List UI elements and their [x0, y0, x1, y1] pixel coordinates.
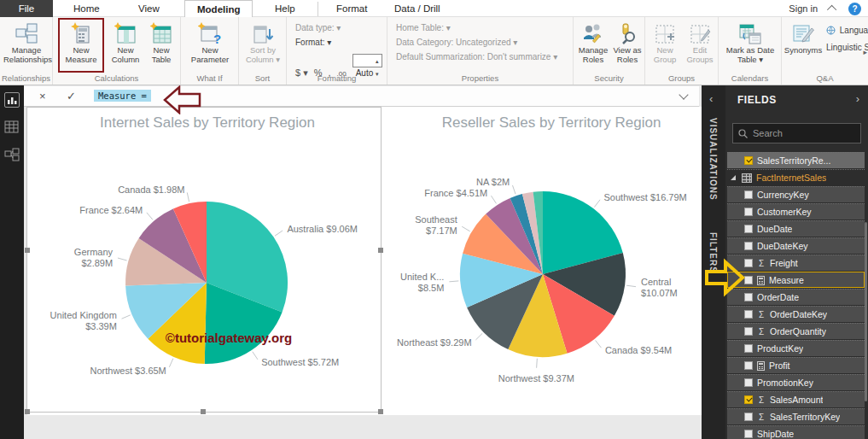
resize-handle-bottom-right[interactable]	[378, 409, 383, 414]
field-row-PromotionKey[interactable]: PromotionKey	[727, 374, 865, 390]
tab-modeling[interactable]: Modeling	[184, 0, 253, 17]
mark-as-date-table-button[interactable]: Mark as Date Table ▾	[722, 20, 778, 65]
ribbon: Manage Relationships Relationships New M…	[0, 17, 868, 85]
new-column-button[interactable]: New Column	[108, 20, 143, 65]
field-label: OrderQuantity	[770, 326, 826, 337]
manage-roles-button[interactable]: Manage Roles	[575, 20, 611, 65]
resize-handle-bottom[interactable]	[201, 409, 206, 414]
data-type-dropdown[interactable]: Data type: ▾	[295, 23, 341, 32]
field-checkbox[interactable]	[744, 225, 753, 233]
reseller-sales-pie-chart[interactable]: Reseller Sales by Territory RegionSouthw…	[384, 107, 702, 414]
checked-field-checkbox[interactable]	[744, 395, 753, 404]
new-parameter-button[interactable]: ? New Parameter	[184, 20, 236, 65]
model-view-button[interactable]	[4, 147, 20, 162]
field-checkbox[interactable]	[744, 361, 753, 370]
field-row-Profit[interactable]: Profit	[727, 357, 865, 373]
expand-fields-icon[interactable]: ›	[856, 92, 859, 105]
field-row-ProductKey[interactable]: ProductKey	[727, 340, 865, 356]
manage-relationships-icon	[3, 20, 50, 44]
manage-relationships-button[interactable]: Manage Relationships	[3, 20, 50, 65]
fields-scrollbar[interactable]	[865, 222, 867, 401]
sort-by-column-button[interactable]: Sort by Column ▾	[242, 20, 283, 65]
checked-field-checkbox[interactable]	[744, 156, 753, 165]
new-table-icon	[145, 20, 178, 44]
table-row-FactInternetSales[interactable]: FactInternetSales	[727, 169, 865, 185]
field-row-DueDate[interactable]: DueDate	[727, 220, 865, 237]
view-as-roles-button[interactable]: View as Roles	[611, 20, 644, 65]
field-checkbox[interactable]	[744, 344, 753, 353]
home-table-dropdown[interactable]: Home Table: ▾	[396, 23, 451, 32]
ribbon-overflow-icon[interactable]: ▸	[863, 48, 867, 56]
field-checkbox[interactable]	[744, 208, 753, 216]
field-row-OrderQuantity[interactable]: ΣOrderQuantity	[727, 323, 865, 339]
field-row-CurrencyKey[interactable]: CurrencyKey	[727, 186, 865, 202]
data-view-button[interactable]	[4, 120, 20, 135]
data-category-dropdown[interactable]: Data Category: Uncategorized ▾	[396, 38, 517, 47]
field-row-Measure[interactable]: Measure	[727, 272, 865, 288]
report-view-button[interactable]	[4, 92, 20, 108]
label-leader-line	[537, 359, 538, 368]
resize-handle-right[interactable]	[378, 248, 383, 253]
linguistic-schema-button[interactable]: Linguistic Schem	[826, 43, 868, 52]
fields-list: SalesTerritoryRe...FactInternetSalesCurr…	[727, 152, 865, 439]
field-checkbox[interactable]	[744, 378, 753, 387]
formula-cancel-icon[interactable]: ×	[39, 90, 46, 102]
resize-handle-bottom-left[interactable]	[25, 409, 30, 414]
tab-view[interactable]: View	[126, 0, 172, 17]
field-row-DueDateKey[interactable]: DueDateKey	[727, 237, 865, 254]
synonyms-button[interactable]: Synonyms	[784, 20, 823, 56]
default-summarization-dropdown[interactable]: Default Summarization: Don't summarize ▾	[396, 52, 557, 61]
dax-formula-bar[interactable]: × ✓ Measure =	[24, 86, 699, 107]
tab-file[interactable]: File	[0, 0, 53, 17]
language-dropdown[interactable]: Language ▾	[826, 26, 868, 35]
edit-groups-button[interactable]: Edit Groups	[683, 20, 717, 65]
fields-search-input[interactable]: Search	[732, 123, 861, 143]
resize-handle-left[interactable]	[25, 248, 30, 253]
help-icon[interactable]: ?	[848, 3, 861, 15]
field-checkbox[interactable]	[744, 327, 753, 336]
new-group-icon	[648, 20, 682, 44]
field-label: ProductKey	[757, 343, 803, 354]
slice-label-Southwest: Southwest $16.79M	[604, 192, 687, 202]
field-checkbox[interactable]	[744, 190, 753, 199]
label-leader-line	[596, 341, 602, 348]
format-dropdown[interactable]: Format: ▾	[295, 38, 331, 47]
field-row-SalesAmount[interactable]: ΣSalesAmount	[727, 391, 865, 407]
new-measure-button[interactable]: New Measure	[61, 20, 101, 65]
visualizations-panel-tab[interactable]: VISUALIZATIONS	[708, 118, 718, 201]
label-leader-line	[594, 200, 600, 208]
field-row-Freight[interactable]: ΣFreight	[727, 255, 865, 271]
field-row-SalesTerritoryRe...[interactable]: SalesTerritoryRe...	[727, 152, 865, 168]
field-row-CustomerKey[interactable]: CustomerKey	[727, 203, 865, 220]
report-canvas[interactable]: Internet Sales by Territory RegionAustra…	[24, 107, 702, 439]
tab-home[interactable]: Home	[61, 0, 112, 17]
formula-accept-icon[interactable]: ✓	[67, 90, 76, 102]
field-row-OrderDateKey[interactable]: ΣOrderDateKey	[727, 306, 865, 322]
formula-text-selected[interactable]: Measure =	[94, 90, 151, 102]
slice-label-Canada: Canada $9.54M	[605, 345, 672, 355]
field-row-ShipDate[interactable]: ShipDate	[727, 425, 865, 439]
tab-help[interactable]: Help	[263, 0, 307, 17]
field-row-OrderDate[interactable]: OrderDate	[727, 289, 865, 305]
field-label: OrderDate	[757, 292, 799, 302]
field-checkbox[interactable]	[744, 310, 753, 319]
field-label: ShipDate	[757, 429, 794, 439]
field-checkbox[interactable]	[744, 413, 753, 421]
decimal-places-input[interactable]: Auto ▴▾	[352, 54, 382, 67]
visual-selection-frame[interactable]	[26, 107, 382, 413]
collapse-panel-icon[interactable]: ‹	[709, 92, 713, 105]
field-checkbox[interactable]	[744, 242, 753, 250]
expand-collapse-icon[interactable]	[731, 175, 736, 180]
svg-text:?: ?	[213, 32, 221, 44]
collapse-ribbon-icon[interactable]	[827, 5, 836, 15]
sign-in-button[interactable]: Sign in	[789, 3, 818, 14]
tab-data-drill[interactable]: Data / Drill	[382, 0, 452, 17]
slice-label-Central: Central$10.07M	[641, 277, 678, 298]
field-row-SalesTerritoryKey[interactable]: ΣSalesTerritoryKey	[727, 408, 865, 424]
new-table-button[interactable]: New Table	[145, 20, 178, 65]
new-group-button[interactable]: New Group	[648, 20, 682, 65]
new-parameter-icon: ?	[184, 20, 236, 44]
formula-expand-icon[interactable]	[679, 90, 688, 99]
field-checkbox[interactable]	[744, 430, 753, 438]
tab-format[interactable]: Format	[324, 0, 379, 17]
